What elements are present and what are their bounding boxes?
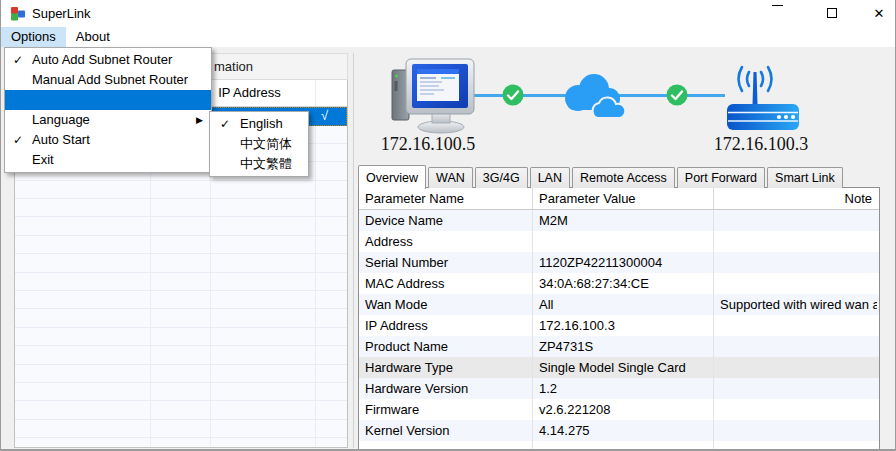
table-row[interactable]: IP Address172.16.100.3	[359, 315, 879, 336]
table-header-cell: Note	[714, 188, 877, 209]
tab-lan[interactable]: LAN	[530, 167, 570, 188]
table-cell-name: Product Name	[359, 336, 533, 357]
table-cell-note	[714, 210, 877, 231]
submenu-item-0[interactable]: ✓English	[210, 114, 308, 134]
menu-item-auto-add-subnet-router[interactable]: ✓Auto Add Subnet Router	[5, 50, 211, 70]
tab-3g-4g[interactable]: 3G/4G	[475, 167, 528, 188]
table-cell-value: Single Model Single Card	[533, 357, 714, 378]
status-check-icon-2	[666, 84, 688, 106]
menu-item-label: Language	[32, 112, 90, 127]
table-header-row: Parameter NameParameter ValueNote	[359, 188, 879, 210]
options-menu: ✓Auto Add Subnet RouterManual Add Subnet…	[4, 47, 212, 173]
table-cell-name: Hardware Type	[359, 357, 533, 378]
router-ip-label: 172.16.100.3	[661, 134, 861, 155]
check-icon: ✓	[220, 114, 230, 134]
menu-item-blank[interactable]	[5, 90, 211, 110]
table-cell-name: Address	[359, 231, 533, 252]
subnet-info-header-text: mation	[214, 59, 253, 74]
window-title: SuperLink	[32, 6, 91, 21]
computer-icon[interactable]	[389, 57, 481, 135]
table-row[interactable]: Hardware Version1.2	[359, 378, 879, 399]
router-icon[interactable]	[723, 60, 803, 130]
panel-separator	[353, 53, 354, 448]
minimize-icon	[772, 5, 783, 6]
table-cell-note	[714, 231, 877, 252]
title-bar: SuperLink ✕	[1, 0, 896, 27]
menubar-item-options[interactable]: Options	[1, 27, 66, 47]
menu-item-auto-start[interactable]: ✓Auto Start	[5, 130, 211, 150]
table-cell-name: Serial Number	[359, 252, 533, 273]
maximize-icon	[827, 8, 837, 18]
menu-item-language[interactable]: Language▶	[5, 110, 211, 130]
tab-port-forward[interactable]: Port Forward	[677, 167, 765, 188]
tab-smart-link[interactable]: Smart Link	[767, 167, 843, 188]
cloud-icon	[557, 72, 627, 122]
table-row[interactable]: Device NameM2M	[359, 210, 879, 231]
check-icon: ✓	[13, 50, 23, 70]
table-cell-name: IP Address	[359, 315, 533, 336]
table-row[interactable]	[359, 441, 879, 451]
minimize-button[interactable]	[757, 0, 797, 27]
table-header-cell: Parameter Value	[533, 188, 714, 209]
close-icon: ✕	[874, 6, 885, 21]
grid-line	[315, 107, 316, 446]
ip-address-column-header: IP Address	[197, 85, 302, 100]
table-cell-value	[533, 231, 714, 252]
table-cell-value: All	[533, 294, 714, 315]
table-cell-note	[714, 420, 877, 441]
table-cell-value: 1120ZP42211300004	[533, 252, 714, 273]
submenu-item-2[interactable]: 中文繁體	[210, 154, 308, 174]
close-button[interactable]: ✕	[859, 0, 896, 27]
table-cell-note	[714, 399, 877, 420]
computer-ip-label: 172.16.100.5	[328, 134, 528, 155]
table-cell-value	[533, 441, 714, 451]
language-submenu: ✓English中文简体中文繁體	[209, 111, 309, 177]
table-cell-value: 172.16.100.3	[533, 315, 714, 336]
table-cell-name: MAC Address	[359, 273, 533, 294]
menu-item-label: Auto Add Subnet Router	[32, 52, 172, 67]
tab-overview[interactable]: Overview	[358, 165, 426, 189]
table-cell-name: Firmware	[359, 399, 533, 420]
menu-bar: OptionsAbout	[1, 27, 896, 47]
table-row[interactable]: Hardware TypeSingle Model Single Card	[359, 357, 879, 378]
app-icon	[10, 5, 26, 21]
maximize-button[interactable]	[812, 0, 852, 27]
submenu-item-label: 中文繁體	[240, 156, 292, 171]
menu-item-label: Manual Add Subnet Router	[32, 72, 188, 87]
table-row[interactable]: Serial Number1120ZP42211300004	[359, 252, 879, 273]
tab-remote-access[interactable]: Remote Access	[572, 167, 675, 188]
submenu-item-label: 中文简体	[240, 136, 292, 151]
table-row[interactable]: Kernel Version4.14.275	[359, 420, 879, 441]
menubar-item-about[interactable]: About	[66, 27, 120, 47]
table-cell-name	[359, 441, 533, 451]
table-cell-note	[714, 336, 877, 357]
table-cell-name: Wan Mode	[359, 294, 533, 315]
menu-item-manual-add-subnet-router[interactable]: Manual Add Subnet Router	[5, 70, 211, 90]
submenu-arrow-icon: ▶	[196, 110, 203, 130]
submenu-item-1[interactable]: 中文简体	[210, 134, 308, 154]
table-cell-note	[714, 378, 877, 399]
table-cell-value: ZP4731S	[533, 336, 714, 357]
table-cell-value: 34:0A:68:27:34:CE	[533, 273, 714, 294]
menu-item-exit[interactable]: Exit	[5, 150, 211, 170]
table-cell-value: 4.14.275	[533, 420, 714, 441]
table-row[interactable]: Firmwarev2.6.221208	[359, 399, 879, 420]
check-icon: ✓	[13, 130, 23, 150]
table-cell-note	[714, 273, 877, 294]
table-row[interactable]: Wan ModeAllSupported with wired wan an	[359, 294, 879, 315]
table-header-cell: Parameter Name	[359, 188, 533, 209]
status-check-icon-1	[502, 84, 524, 106]
table-row[interactable]: MAC Address34:0A:68:27:34:CE	[359, 273, 879, 294]
table-row[interactable]: Address	[359, 231, 879, 252]
table-cell-name: Hardware Version	[359, 378, 533, 399]
tab-wan[interactable]: WAN	[428, 167, 473, 188]
table-cell-name: Device Name	[359, 210, 533, 231]
table-cell-note	[714, 357, 877, 378]
menu-item-label: Auto Start	[32, 132, 90, 147]
parameter-table: Parameter NameParameter ValueNoteDevice …	[358, 187, 880, 451]
table-row[interactable]: Product NameZP4731S	[359, 336, 879, 357]
table-cell-value: M2M	[533, 210, 714, 231]
table-cell-note	[714, 441, 877, 451]
submenu-item-label: English	[240, 116, 283, 131]
table-cell-note	[714, 252, 877, 273]
